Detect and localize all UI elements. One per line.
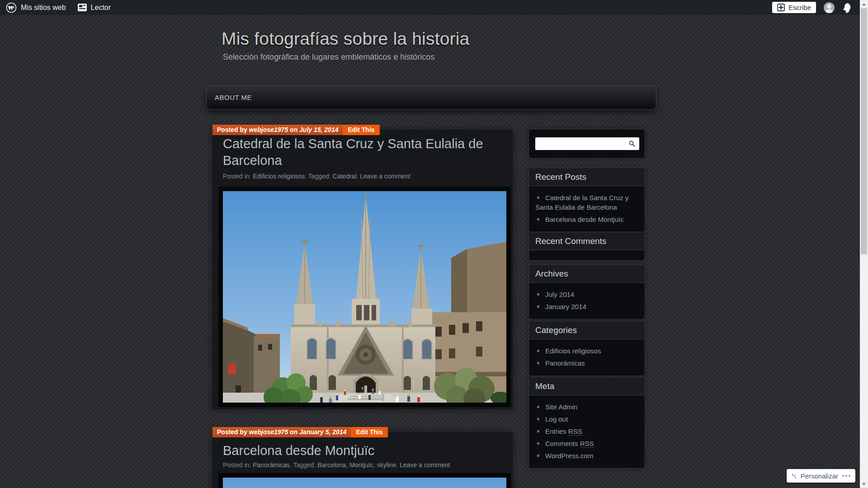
byline-date: July 15, 2014 [299,126,338,133]
post-article-montjuic: Barcelona desde Montjuïc Posted in: Pano… [212,431,514,488]
list-item: Log out [535,413,638,425]
list-item: Panorámicas [535,357,638,369]
list-item: Catedral de la Santa Cruz y Santa Eulali… [535,192,638,213]
triangle-up-icon [862,3,866,5]
write-post-button[interactable]: Escribe [772,2,816,13]
meta-widget: Meta Site AdminLog outEntries RSSComment… [528,377,645,469]
main-navigation: ABOUT ME [206,85,656,110]
wordpress-site-page: Mis sitios web Lector Escribe [0,0,868,488]
sidebar-link[interactable]: January 2014 [545,303,586,310]
sidebar-link[interactable]: WordPress.com [545,452,593,460]
triangle-down-icon [862,483,866,485]
post2-photo-panorama [218,473,511,488]
list-item: Entries RSS [535,425,638,437]
post-meta-link[interactable]: Panorámicas [253,461,290,469]
admin-bar-right: Escribe [772,2,860,13]
wordpress-logo-icon [6,2,17,13]
byline-connector: on [288,428,299,436]
post1-byline-ribbon: Posted by webjose1975 on July 15, 2014 E… [212,125,380,135]
post-meta-link[interactable]: Leave a comment [400,461,450,469]
post-meta-link[interactable]: skyline [377,461,396,469]
sidebar-link[interactable]: Comments RSS [545,440,594,448]
my-sites-menu[interactable]: Mis sitios web [0,0,72,15]
post2-byline: Posted by webjose1975 on January 5, 2014 [212,427,351,437]
customize-button[interactable]: Personalizar [787,469,855,483]
recent-posts-list: Catedral de la Santa Cruz y Santa Eulali… [535,192,638,225]
customize-tools-icon [792,472,797,480]
recent-posts-widget: Recent Posts Catedral de la Santa Cruz y… [528,168,645,232]
cathedral-photo-illustration [223,191,506,403]
list-item: Site Admin [535,401,638,413]
archives-widget: Archives July 2014January 2014 [528,264,645,319]
meta-title: Meta [529,377,645,395]
byline-date: January 5, 2014 [299,428,346,436]
edit-this-button[interactable]: Edit This [343,125,379,135]
nav-item-about-me[interactable]: ABOUT ME [207,85,260,110]
post-article-catedral: Catedral de la Santa Cruz y Santa Eulali… [212,129,514,410]
panorama-photo-illustration [223,478,506,488]
post-meta-link[interactable]: Montjuïc [349,461,373,469]
site-tagline: Selección fotográfica de lugares emblemá… [223,52,434,62]
write-label: Escribe [788,4,811,11]
post2-meta: Posted in: Panorámicas. Tagged: Barcelon… [223,461,450,469]
sidebar-link[interactable]: Edificios religiosos [545,347,601,355]
post1-title[interactable]: Catedral de la Santa Cruz y Santa Eulali… [223,136,505,169]
post2-byline-ribbon: Posted by webjose1975 on January 5, 2014… [212,427,388,437]
archives-title: Archives [529,265,645,283]
recent-comments-empty [529,250,645,260]
edit-this-button[interactable]: Edit This [351,427,387,437]
list-item: Comments RSS [535,437,638,450]
new-post-icon [777,4,785,11]
list-item: January 2014 [535,300,638,313]
notifications-bell-icon[interactable] [842,2,853,13]
list-item: Edificios religiosos [535,345,638,357]
post-meta-link[interactable]: Catedral [333,173,357,180]
post-meta-text: Posted in: [223,173,253,180]
post2-title[interactable]: Barcelona desde Montjuïc [223,442,505,459]
recent-comments-title: Recent Comments [529,232,645,250]
list-item: WordPress.com [535,450,638,462]
reader-label: Lector [91,4,111,12]
customize-more-icon[interactable] [842,475,850,477]
sidebar-link[interactable]: Panorámicas [545,359,585,367]
post1-meta: Posted in: Edificios religiosos. Tagged:… [223,173,410,180]
search-icon[interactable] [629,141,635,147]
scroll-up-button[interactable] [860,0,868,8]
list-item: July 2014 [535,288,638,300]
byline-prefix: Posted by [217,126,249,133]
byline-connector: on [288,126,299,133]
search-input[interactable] [535,137,639,150]
byline-author[interactable]: webjose1975 [249,428,288,436]
page-scrollbar[interactable] [860,0,868,488]
post-meta-link[interactable]: Barcelona [317,461,346,469]
post-meta-text: . Tagged: [305,173,332,180]
sidebar-link[interactable]: Barcelona desde Montjuïc [545,216,623,223]
my-sites-label: Mis sitios web [21,4,66,12]
wp-admin-bar: Mis sitios web Lector Escribe [0,0,860,15]
post1-byline: Posted by webjose1975 on July 15, 2014 [212,125,343,135]
sidebar-link[interactable]: July 2014 [545,291,574,298]
post1-photo-cathedral [218,187,511,407]
scroll-down-button[interactable] [860,480,868,488]
search-widget [528,129,645,159]
sidebar-link[interactable]: Catedral de la Santa Cruz y Santa Eulali… [535,194,628,211]
post-meta-link[interactable]: Leave a comment [360,173,410,180]
user-avatar[interactable] [824,2,835,13]
byline-prefix: Posted by [217,428,249,436]
recent-comments-widget: Recent Comments [528,232,645,261]
categories-title: Categories [529,321,645,339]
post-meta-text: , [346,461,349,469]
list-item: Barcelona desde Montjuïc [535,213,638,225]
site-title[interactable]: Mis fotografías sobre la historia [222,29,470,49]
reader-icon [78,4,87,11]
sidebar-link[interactable]: Log out [545,415,568,423]
reader-menu[interactable]: Lector [72,0,117,15]
meta-list: Site AdminLog outEntries RSSComments RSS… [535,401,638,462]
sidebar-link[interactable]: Site Admin [545,403,578,411]
scrollbar-thumb[interactable] [861,8,867,254]
byline-author[interactable]: webjose1975 [249,126,288,133]
categories-list: Edificios religiososPanorámicas [535,345,638,369]
post-meta-link[interactable]: Edificios religiosos [253,173,305,180]
sidebar-link[interactable]: Entries RSS [545,427,582,436]
categories-widget: Categories Edificios religiososPanorámic… [528,321,645,376]
